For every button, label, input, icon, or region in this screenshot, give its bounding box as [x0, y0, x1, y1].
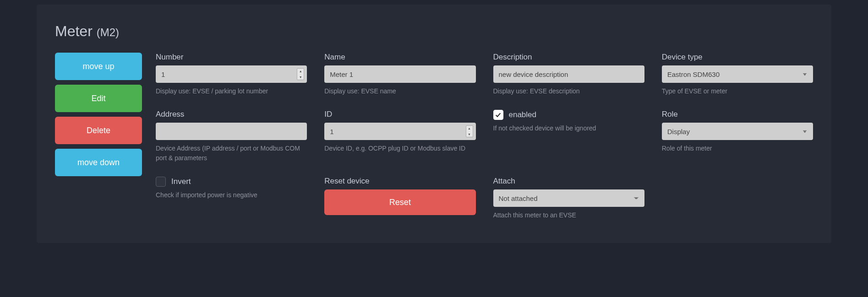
- enabled-hint: If not checked device will be ignored: [493, 124, 644, 133]
- number-input[interactable]: [156, 65, 307, 83]
- move-down-button[interactable]: move down: [55, 149, 142, 176]
- invert-label: Invert: [171, 177, 191, 186]
- attach-select[interactable]: Not attached: [493, 189, 644, 207]
- move-up-button[interactable]: move up: [55, 53, 142, 80]
- enabled-checkbox[interactable]: [493, 110, 503, 120]
- invert-hint: Check if imported power is negative: [156, 190, 307, 200]
- name-label: Name: [324, 53, 475, 62]
- attach-label: Attach: [493, 177, 644, 186]
- field-role: Role Display Role of this meter: [662, 110, 813, 163]
- field-number: Number ▲ ▼ Display use: EVSE / parking l…: [156, 53, 307, 96]
- field-id: ID ▲ ▼ Device ID, e.g. OCPP plug ID or M…: [324, 110, 475, 163]
- side-actions: move up Edit Delete move down: [55, 53, 142, 220]
- device-type-label: Device type: [662, 53, 813, 62]
- meter-config-panel: Meter (M2) move up Edit Delete move down…: [37, 5, 831, 243]
- id-spinner[interactable]: ▲ ▼: [466, 125, 473, 137]
- reset-button[interactable]: Reset: [324, 189, 475, 215]
- role-label: Role: [662, 110, 813, 119]
- delete-button[interactable]: Delete: [55, 117, 142, 144]
- number-label: Number: [156, 53, 307, 62]
- device-type-hint: Type of EVSE or meter: [662, 86, 813, 96]
- field-reset-device: Reset device Reset: [324, 177, 475, 220]
- check-icon: [495, 112, 501, 118]
- id-hint: Device ID, e.g. OCPP plug ID or Modbus s…: [324, 144, 475, 153]
- reset-device-label: Reset device: [324, 177, 475, 186]
- number-hint: Display use: EVSE / parking lot number: [156, 86, 307, 96]
- attach-hint: Attach this meter to an EVSE: [493, 211, 644, 220]
- field-description: Description Display use: EVSE descriptio…: [493, 53, 644, 96]
- field-enabled: enabled If not checked device will be ig…: [493, 110, 644, 163]
- form-grid: Number ▲ ▼ Display use: EVSE / parking l…: [156, 53, 813, 220]
- chevron-up-icon: ▲: [299, 70, 302, 73]
- field-invert: Invert Check if imported power is negati…: [156, 177, 307, 220]
- device-type-select[interactable]: Eastron SDM630: [662, 65, 813, 83]
- description-label: Description: [493, 53, 644, 62]
- description-input[interactable]: [493, 65, 644, 83]
- invert-checkbox[interactable]: [156, 177, 166, 187]
- name-hint: Display use: EVSE name: [324, 86, 475, 96]
- role-select[interactable]: Display: [662, 123, 813, 140]
- id-label: ID: [324, 110, 475, 119]
- address-label: Address: [156, 110, 307, 119]
- title-main: Meter: [55, 23, 93, 39]
- page-title: Meter (M2): [55, 23, 813, 40]
- enabled-label: enabled: [509, 110, 537, 119]
- id-input[interactable]: [324, 123, 475, 140]
- field-device-type: Device type Eastron SDM630 Type of EVSE …: [662, 53, 813, 96]
- number-spinner[interactable]: ▲ ▼: [297, 68, 304, 80]
- chevron-down-icon: ▼: [299, 76, 302, 79]
- title-sub: (M2): [97, 26, 119, 38]
- chevron-down-icon: ▼: [468, 133, 471, 136]
- address-input[interactable]: [156, 123, 307, 140]
- field-address: Address Device Address (IP address / por…: [156, 110, 307, 163]
- name-input[interactable]: [324, 65, 475, 83]
- role-hint: Role of this meter: [662, 144, 813, 153]
- edit-button[interactable]: Edit: [55, 85, 142, 112]
- address-hint: Device Address (IP address / port or Mod…: [156, 144, 307, 163]
- description-hint: Display use: EVSE description: [493, 86, 644, 96]
- field-attach: Attach Not attached Attach this meter to…: [493, 177, 644, 220]
- chevron-up-icon: ▲: [468, 127, 471, 130]
- field-name: Name Display use: EVSE name: [324, 53, 475, 96]
